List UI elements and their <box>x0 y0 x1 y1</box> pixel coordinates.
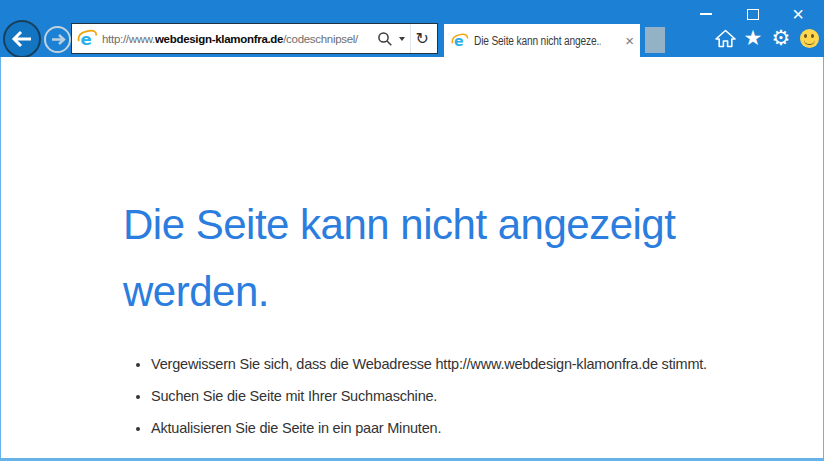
minimize-icon <box>700 13 712 15</box>
close-icon: × <box>625 32 634 49</box>
url-domain: webdesign-klamonfra.de <box>155 33 283 45</box>
maximize-icon <box>747 9 759 20</box>
tab-close-button[interactable]: × <box>623 33 634 48</box>
browser-window: × e http://www.webdesign-klamonfra.de/co… <box>0 0 824 461</box>
url-scheme: http://www. <box>102 33 155 45</box>
search-icon <box>377 31 393 47</box>
minimize-button[interactable] <box>694 4 718 24</box>
url-text[interactable]: http://www.webdesign-klamonfra.de/codesc… <box>102 33 375 45</box>
close-window-icon: × <box>792 3 804 25</box>
feedback-button[interactable] <box>798 27 820 49</box>
error-heading: Die Seite kann nicht angezeigtwerden. <box>123 191 675 325</box>
chevron-down-icon <box>399 37 405 41</box>
error-heading-line2: werden. <box>123 268 269 315</box>
new-tab-button[interactable] <box>645 27 665 53</box>
address-bar-actions: ↻ <box>375 24 433 53</box>
search-button[interactable] <box>375 31 395 47</box>
gear-icon: ⚙ <box>772 28 791 49</box>
browser-chrome: × e http://www.webdesign-klamonfra.de/co… <box>0 0 824 57</box>
address-bar-divider <box>410 24 411 53</box>
suggestion-list: Vergewissern Sie sich, dass die Webadres… <box>123 354 707 450</box>
search-dropdown-button[interactable] <box>395 35 409 43</box>
maximize-button[interactable] <box>741 4 765 24</box>
list-item: Vergewissern Sie sich, dass die Webadres… <box>151 354 707 374</box>
list-item: Suchen Sie die Seite mit Ihrer Suchmasch… <box>151 386 707 406</box>
refresh-button[interactable]: ↻ <box>412 31 433 47</box>
browser-tab[interactable]: e Die Seite kann nicht angeze... × <box>444 24 640 57</box>
error-heading-line1: Die Seite kann nicht angezeigt <box>123 201 675 248</box>
home-icon <box>715 29 736 48</box>
list-item: Aktualisieren Sie die Seite in ein paar … <box>151 418 707 438</box>
ie-logo-icon: e <box>77 28 98 49</box>
address-bar[interactable]: e http://www.webdesign-klamonfra.de/code… <box>71 23 438 54</box>
close-window-button[interactable]: × <box>785 2 811 26</box>
smiley-icon <box>800 29 819 48</box>
star-icon: ★ <box>744 28 763 49</box>
url-path: /codeschnipsel/ <box>283 33 358 45</box>
forward-arrow-icon <box>50 33 66 46</box>
home-button[interactable] <box>714 27 736 49</box>
page-content: Die Seite kann nicht angezeigtwerden. Ve… <box>0 57 824 461</box>
back-arrow-icon <box>11 30 33 48</box>
browser-toolbar: ★ ⚙ <box>714 27 820 49</box>
forward-button[interactable] <box>44 26 71 53</box>
back-button[interactable] <box>3 20 41 58</box>
refresh-icon: ↻ <box>416 29 429 48</box>
settings-button[interactable]: ⚙ <box>770 27 792 49</box>
tab-favicon-ie-icon: e <box>451 32 469 50</box>
favorites-button[interactable]: ★ <box>742 27 764 49</box>
tab-title: Die Seite kann nicht angeze... <box>474 34 601 48</box>
